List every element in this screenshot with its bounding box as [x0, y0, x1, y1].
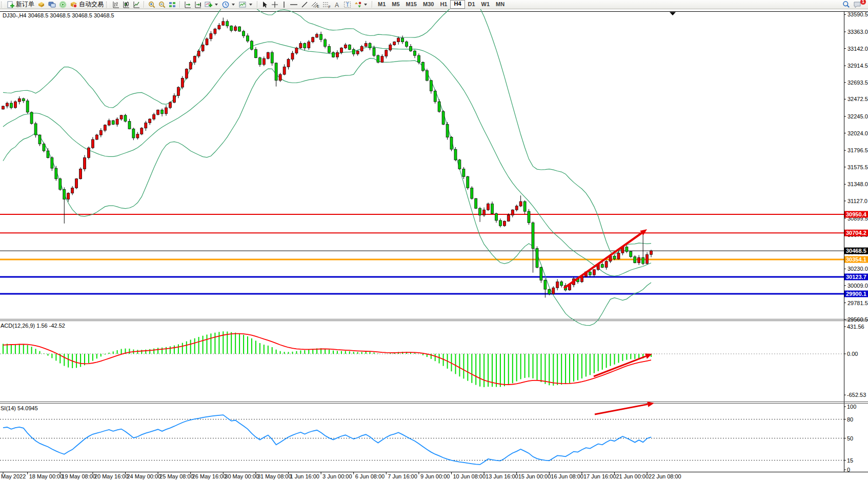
- auto-scroll-button[interactable]: [183, 1, 193, 9]
- timeframe-m1[interactable]: M1: [375, 1, 389, 8]
- zoom-out-button[interactable]: [157, 1, 167, 9]
- svg-text:A: A: [335, 1, 339, 8]
- svg-text:30468.5: 30468.5: [846, 248, 866, 254]
- horizontal-line-button[interactable]: [288, 1, 299, 9]
- svg-text:21 Jun 00:00: 21 Jun 00:00: [616, 473, 649, 479]
- svg-text:26 May 16:00: 26 May 16:00: [192, 473, 227, 479]
- diagonal-line-icon: [301, 1, 308, 8]
- svg-text:33590.5: 33590.5: [847, 11, 868, 17]
- bar-chart-button[interactable]: [111, 1, 121, 9]
- svg-text:19 May 08:00: 19 May 08:00: [62, 473, 96, 479]
- chart-shift-button[interactable]: [193, 1, 203, 9]
- vertical-line-button[interactable]: [280, 1, 288, 9]
- svg-text:25 May 08:00: 25 May 08:00: [159, 473, 194, 479]
- toolbar-separator: [372, 1, 373, 8]
- svg-text:31796.5: 31796.5: [847, 147, 868, 153]
- new-order-button[interactable]: 新订单: [6, 1, 36, 9]
- auto-trading-button[interactable]: 自动交易: [68, 1, 105, 9]
- ohlc-bars-icon: [112, 1, 119, 8]
- svg-text:6 Jun 08:00: 6 Jun 08:00: [355, 473, 385, 479]
- text-button[interactable]: A: [332, 1, 342, 9]
- timeframe-mn[interactable]: MN: [493, 1, 508, 8]
- toolbar-grip[interactable]: [1, 2, 4, 8]
- fibonacci-button[interactable]: F: [321, 1, 332, 9]
- magnifier-minus-icon: [158, 1, 166, 8]
- zoom-in-button[interactable]: [147, 1, 157, 9]
- svg-text:E: E: [317, 5, 319, 8]
- svg-text:17 Jun 16:00: 17 Jun 16:00: [583, 473, 616, 479]
- candlestick-icon: [123, 1, 130, 8]
- toolbar-separator: [257, 1, 258, 8]
- gold-box-red-dot-icon: [70, 1, 77, 8]
- svg-text:31348.0: 31348.0: [847, 181, 868, 187]
- crosshair-button[interactable]: [270, 1, 280, 9]
- search-button[interactable]: [841, 1, 852, 9]
- polyline-icon: [133, 1, 140, 8]
- notification-badge: 1: [860, 0, 866, 5]
- timeframe-w1[interactable]: W1: [478, 1, 493, 8]
- toolbar-grip[interactable]: [106, 2, 109, 8]
- vertical-line-icon: [281, 1, 287, 8]
- svg-text:29781.5: 29781.5: [847, 300, 868, 306]
- indicators-button[interactable]: [203, 1, 220, 9]
- arrows-button[interactable]: [353, 1, 370, 9]
- auto-trading-label: 自动交易: [79, 0, 104, 9]
- svg-text:T: T: [346, 2, 350, 8]
- svg-text:1 Jun 16:00: 1 Jun 16:00: [290, 473, 320, 479]
- letter-A-icon: A: [334, 1, 340, 8]
- channel-button[interactable]: E: [310, 1, 321, 9]
- chevron-down-icon: [215, 4, 218, 6]
- arrow-shapes-icon: [354, 1, 361, 8]
- new-chart-button[interactable]: [36, 1, 47, 9]
- new-order-label: 新订单: [16, 0, 34, 9]
- navigator-button[interactable]: [57, 1, 68, 9]
- axis-arrow-bar-icon: [194, 1, 201, 8]
- tile-windows-button[interactable]: [167, 1, 177, 9]
- timeframe-d1[interactable]: D1: [465, 1, 478, 8]
- axis-arrow-icon: [184, 1, 191, 8]
- green-sonar-icon: [59, 1, 67, 8]
- gold-cube-icon: [37, 1, 45, 8]
- arrow-pointer-icon: [261, 1, 268, 8]
- profiles-button[interactable]: [47, 1, 57, 9]
- svg-text:0.00: 0.00: [847, 351, 858, 357]
- toolbar-separator: [144, 1, 145, 8]
- svg-text:33142.0: 33142.0: [847, 46, 868, 52]
- timeframe-m5[interactable]: M5: [389, 1, 402, 8]
- search-icon: [842, 1, 850, 8]
- chart-canvas[interactable]: 33590.533363.033142.032914.532693.532472…: [0, 0, 868, 481]
- timeframe-h4[interactable]: H4: [450, 0, 465, 9]
- clock-icon: [222, 1, 229, 8]
- svg-text:31575.5: 31575.5: [847, 164, 868, 170]
- periods-button[interactable]: [220, 1, 237, 9]
- chevron-down-icon: [232, 4, 235, 6]
- svg-text:16 Jun 08:00: 16 Jun 08:00: [551, 473, 583, 479]
- timeframe-m15[interactable]: M15: [403, 1, 420, 8]
- svg-text:29900.1: 29900.1: [846, 291, 866, 297]
- tiled-squares-icon: [169, 1, 176, 8]
- cursor-button[interactable]: [260, 1, 270, 9]
- toolbar-separator: [179, 1, 180, 8]
- line-chart-button[interactable]: [131, 1, 142, 9]
- price-chart[interactable]: 33590.533363.033142.032914.532693.532472…: [0, 0, 868, 481]
- svg-text:33363.0: 33363.0: [847, 29, 868, 35]
- svg-text:30123.7: 30123.7: [846, 274, 866, 280]
- trendline-button[interactable]: [299, 1, 310, 9]
- timeframe-h1[interactable]: H1: [437, 1, 450, 8]
- svg-text:100: 100: [847, 404, 856, 410]
- notifications-button[interactable]: 1: [852, 1, 863, 9]
- svg-text:30009.0: 30009.0: [847, 283, 868, 289]
- svg-text:13 Jun 16:00: 13 Jun 16:00: [486, 473, 518, 479]
- candlestick-chart-button[interactable]: [121, 1, 131, 9]
- text-label-button[interactable]: T: [342, 1, 353, 9]
- svg-text:30950.4: 30950.4: [846, 211, 867, 217]
- chart-frame-icon: [239, 1, 247, 8]
- svg-text:18 May 00:00: 18 May 00:00: [29, 473, 64, 479]
- svg-text:20 May 16:00: 20 May 16:00: [94, 473, 129, 479]
- svg-text:7 Jun 16:00: 7 Jun 16:00: [388, 473, 417, 479]
- chart-green-plus-icon: [205, 1, 212, 8]
- templates-button[interactable]: [237, 1, 255, 9]
- timeframe-m30[interactable]: M30: [420, 1, 437, 8]
- svg-text:30354.1: 30354.1: [846, 256, 866, 263]
- svg-text:F: F: [329, 5, 331, 8]
